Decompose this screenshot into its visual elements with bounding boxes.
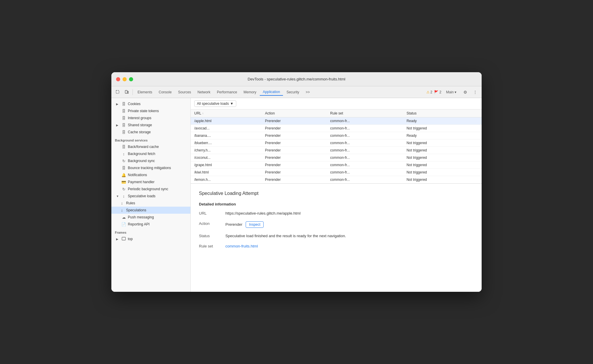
main-dropdown[interactable]: Main ▾ [443, 89, 459, 95]
detail-panel: Speculative Loading Attempt Detailed inf… [191, 184, 482, 292]
speculative-loads-table: URL Action Rule set Status /apple.html P… [191, 109, 482, 184]
col-url[interactable]: URL [191, 109, 262, 117]
sidebar-item-background-sync[interactable]: ↻ Background sync [111, 157, 190, 164]
tab-sources[interactable]: Sources [175, 89, 194, 95]
sidebar-item-background-fetch[interactable]: ↕ Background fetch [111, 150, 190, 157]
cursor-icon[interactable] [114, 88, 122, 96]
cell-url: /avocad... [191, 125, 262, 132]
svg-rect-1 [125, 90, 127, 93]
cell-url: /grape.html [191, 161, 262, 169]
bell-icon: 🔔 [121, 173, 126, 177]
cell-action: Prerender [262, 125, 327, 132]
sidebar-item-label: Reporting API [128, 222, 150, 226]
dropdown-arrow-icon: ▼ [230, 102, 234, 106]
cloud-icon: ☁ [121, 215, 126, 220]
minimize-button[interactable] [123, 77, 127, 81]
table-row[interactable]: /banana.... Prerender common-fr... Ready [191, 132, 482, 139]
cell-url: /blueberr.... [191, 139, 262, 147]
sidebar-item-periodic-bg-sync[interactable]: ↻ Periodic background sync [111, 186, 190, 193]
sidebar-item-push-messaging[interactable]: ☁ Push messaging [111, 214, 190, 221]
sidebar-item-bounce-tracking[interactable]: 🗄 Bounce tracking mitigations [111, 164, 190, 171]
table-row[interactable]: /grape.html Prerender common-fr... Not t… [191, 161, 482, 169]
table-row[interactable]: /apple.html Prerender common-fr... Ready [191, 117, 482, 125]
cylinder-icon: 🗄 [121, 102, 126, 106]
table-row[interactable]: /lemon.h... Prerender common-fr... Not t… [191, 176, 482, 183]
cell-rule-set: common-fr... [327, 176, 403, 183]
svg-rect-2 [128, 91, 128, 93]
title-bar: DevTools - speculative-rules.glitch.me/c… [111, 72, 482, 86]
warning-badge[interactable]: ⚠ 2 [426, 90, 433, 94]
frame-icon [121, 237, 126, 241]
sidebar-item-payment-handler[interactable]: 💳 Payment handler [111, 178, 190, 186]
cell-action: Prerender [262, 161, 327, 169]
sidebar-item-speculative-loads[interactable]: ▼ ↕ Speculative loads [111, 193, 190, 200]
tab-performance[interactable]: Performance [214, 89, 240, 95]
sidebar-item-notifications[interactable]: 🔔 Notifications [111, 171, 190, 178]
sidebar-item-cache-storage[interactable]: 🗄 Cache storage [111, 129, 190, 136]
chevron-down-icon: ▼ [116, 195, 120, 198]
detail-title: Speculative Loading Attempt [199, 191, 473, 196]
sidebar-item-label: Periodic background sync [128, 187, 168, 191]
device-icon[interactable] [123, 88, 131, 96]
chevron-right-icon: ▶ [116, 124, 120, 127]
cell-url: /apple.html [191, 117, 262, 125]
cell-rule-set: common-fr... [327, 154, 403, 161]
cell-rule-set: common-fr... [327, 161, 403, 169]
detail-section-title: Detailed information [199, 202, 473, 206]
inspect-button[interactable]: Inspect [246, 221, 264, 228]
table-row[interactable]: /kiwi.html Prerender common-fr... Not tr… [191, 169, 482, 176]
cell-action: Prerender [262, 147, 327, 154]
col-status: Status [403, 109, 482, 117]
sidebar-item-cookies[interactable]: ▶ 🗄 Cookies [111, 100, 190, 107]
toolbar-separator [133, 89, 133, 95]
table-row[interactable]: /cherry.h... Prerender common-fr... Not … [191, 147, 482, 154]
sidebar-item-shared-storage[interactable]: ▶ 🗄 Shared storage [111, 122, 190, 129]
error-badge[interactable]: 🚩 2 [434, 90, 441, 94]
cell-action: Prerender [262, 176, 327, 183]
filter-dropdown[interactable]: All speculative loads ▼ [194, 100, 236, 107]
sidebar-item-private-state-tokens[interactable]: 🗄 Private state tokens [111, 107, 190, 114]
tab-security[interactable]: Security [284, 89, 302, 95]
maximize-button[interactable] [129, 77, 133, 81]
sidebar-item-label: Interest groups [128, 116, 151, 120]
sidebar-item-back-forward-cache[interactable]: 🗄 Back/forward cache [111, 143, 190, 150]
cylinder-icon: 🗄 [121, 130, 126, 134]
table-row[interactable]: /coconut... Prerender common-fr... Not t… [191, 154, 482, 161]
devtools-window: DevTools - speculative-rules.glitch.me/c… [111, 72, 482, 292]
rule-set-link[interactable]: common-fruits.html [225, 244, 258, 248]
tab-console[interactable]: Console [156, 89, 175, 95]
sidebar-item-top-frame[interactable]: ▶ top [111, 235, 190, 242]
action-value: Prerender Inspect [225, 221, 264, 228]
arrows-icon: ↕ [121, 194, 126, 198]
sidebar-item-speculations[interactable]: ↕ Speculations [111, 207, 190, 214]
table-row[interactable]: /blueberr.... Prerender common-fr... Not… [191, 139, 482, 147]
sidebar-item-interest-groups[interactable]: 🗄 Interest groups [111, 114, 190, 122]
sidebar-item-label: Notifications [128, 173, 147, 177]
cell-url: /lemon.h... [191, 176, 262, 183]
close-button[interactable] [116, 77, 120, 81]
error-icon: 🚩 [434, 90, 438, 94]
tab-network[interactable]: Network [195, 89, 213, 95]
tab-more[interactable]: >> [303, 89, 313, 95]
more-icon[interactable]: ⋮ [471, 88, 479, 96]
status-value: Speculative load finished and the result… [225, 234, 346, 238]
tab-elements[interactable]: Elements [135, 89, 155, 95]
chevron-right-icon: ▶ [116, 237, 120, 241]
arrows-icon: ↕ [121, 152, 126, 156]
cell-url: /kiwi.html [191, 169, 262, 176]
tab-application[interactable]: Application [260, 89, 283, 96]
sidebar-item-reporting-api[interactable]: 📄 Reporting API [111, 221, 190, 228]
sync-icon: ↻ [121, 159, 126, 163]
cylinder-icon: 🗄 [121, 116, 126, 120]
sidebar-item-rules[interactable]: ↕ Rules [111, 200, 190, 207]
sidebar-item-label: Cache storage [128, 130, 151, 134]
detail-status-row: Status Speculative load finished and the… [199, 234, 473, 238]
url-value: https://speculative-rules.glitch.me/appl… [225, 211, 301, 215]
tab-memory[interactable]: Memory [241, 89, 259, 95]
table-header-row: URL Action Rule set Status [191, 109, 482, 117]
table-row[interactable]: /avocad... Prerender common-fr... Not tr… [191, 125, 482, 132]
detail-action-row: Action Prerender Inspect [199, 221, 473, 228]
svg-rect-3 [122, 237, 125, 240]
cell-status: Not triggered [403, 169, 482, 176]
settings-icon[interactable]: ⚙ [461, 88, 469, 96]
